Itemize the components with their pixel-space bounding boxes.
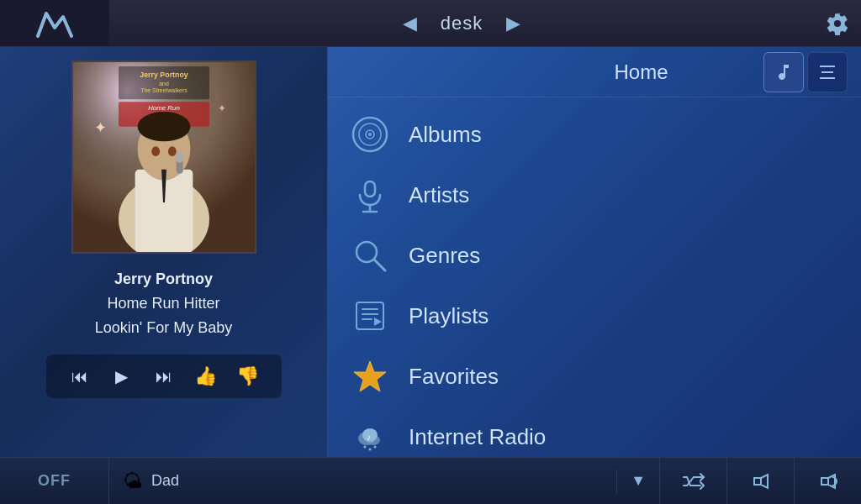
playlist-icon <box>351 297 388 334</box>
svg-text:Home Run: Home Run <box>148 104 180 112</box>
menu-item-favorites[interactable]: Favorites <box>328 346 861 407</box>
list-icon <box>817 62 837 82</box>
svg-marker-34 <box>354 361 386 391</box>
svg-text:✦: ✦ <box>217 102 225 113</box>
play-button[interactable]: ▶ <box>108 363 135 390</box>
source-dropdown-button[interactable]: ▼ <box>617 472 659 490</box>
menu-item-internet-radio[interactable]: ♪ Internet Radio <box>328 407 861 457</box>
internet-radio-icon: ♪ <box>348 415 392 457</box>
menu-list: Albums Artists <box>328 97 861 457</box>
svg-point-39 <box>369 449 372 451</box>
playlists-label: Playlists <box>409 303 489 329</box>
thumbup-button[interactable]: 👍 <box>193 363 219 390</box>
music-note-button[interactable] <box>763 52 804 92</box>
track-song: Lookin' For My Baby <box>95 316 233 340</box>
radio-icon: ♪ <box>351 418 388 455</box>
source-weather-icon: 🌤 <box>123 470 143 493</box>
genres-icon <box>348 234 392 277</box>
svg-text:The Streetwalkers: The Streetwalkers <box>140 87 188 93</box>
nav-left-arrow[interactable]: ◀ <box>396 9 424 38</box>
svg-point-12 <box>137 112 190 141</box>
menu-item-genres[interactable]: Genres <box>328 225 861 286</box>
microphone-icon <box>351 176 388 213</box>
genres-label: Genres <box>409 243 480 269</box>
svg-rect-24 <box>365 181 375 197</box>
shuffle-button[interactable] <box>659 458 726 505</box>
header: ◀ desk ▶ <box>0 0 861 47</box>
left-panel: Jerry Portnoy and The Streetwalkers Home… <box>0 47 328 457</box>
menu-item-artists[interactable]: Artists <box>328 165 861 225</box>
list-button[interactable] <box>807 52 848 92</box>
bottom-bar: OFF 🌤 Dad ▼ <box>0 457 861 504</box>
track-info: Jerry Portnoy Home Run Hitter Lookin' Fo… <box>95 267 233 339</box>
off-button[interactable]: OFF <box>0 458 109 504</box>
album-art-svg: Jerry Portnoy and The Streetwalkers Home… <box>73 62 255 252</box>
music-note-icon <box>774 62 794 82</box>
svg-text:and: and <box>159 81 169 87</box>
albums-label: Albums <box>409 122 482 148</box>
favorites-icon <box>348 354 392 398</box>
track-artist: Jerry Portnoy <box>95 267 233 291</box>
album-art: Jerry Portnoy and The Streetwalkers Home… <box>71 60 256 254</box>
brand-logo <box>34 7 76 40</box>
svg-point-40 <box>374 446 377 449</box>
volume-down-button[interactable] <box>726 458 794 505</box>
settings-button[interactable] <box>814 0 861 47</box>
prev-button[interactable]: ⏮ <box>66 363 93 390</box>
svg-point-13 <box>151 146 160 156</box>
volume-up-icon <box>818 471 838 491</box>
svg-line-28 <box>374 260 385 270</box>
off-label: OFF <box>38 472 71 490</box>
star-icon <box>351 358 388 395</box>
svg-marker-42 <box>754 478 761 485</box>
menu-item-albums[interactable]: Albums <box>328 104 861 165</box>
logo-area <box>0 0 109 46</box>
svg-marker-33 <box>374 318 382 326</box>
thumbdown-button[interactable]: 👎 <box>235 363 261 390</box>
svg-point-17 <box>175 151 183 163</box>
source-label: Dad <box>151 472 179 490</box>
shuffle-icon <box>682 472 705 491</box>
svg-text:✦: ✦ <box>93 119 106 136</box>
artists-label: Artists <box>409 182 469 208</box>
track-album: Home Run Hitter <box>95 291 233 316</box>
volume-down-icon <box>751 471 771 491</box>
svg-rect-29 <box>357 302 383 329</box>
disc-icon <box>351 116 388 153</box>
svg-point-14 <box>167 146 176 156</box>
right-header: Home <box>328 47 861 97</box>
svg-point-38 <box>364 446 367 449</box>
favorites-label: Favorites <box>409 364 499 390</box>
source-area: 🌤 Dad <box>109 470 617 493</box>
svg-text:Jerry Portnoy: Jerry Portnoy <box>140 71 188 79</box>
playback-controls: ⏮ ▶ ⏭ 👍 👎 <box>46 354 282 398</box>
right-header-buttons <box>763 52 848 92</box>
albums-icon <box>348 113 392 156</box>
right-panel-title: Home <box>519 60 763 84</box>
right-panel: Home <box>328 47 861 457</box>
internet-radio-label: Internet Radio <box>409 424 546 450</box>
svg-text:♪: ♪ <box>367 433 371 442</box>
svg-marker-43 <box>821 478 828 485</box>
search-icon <box>351 237 388 274</box>
svg-point-23 <box>368 133 372 136</box>
volume-up-button[interactable] <box>794 458 861 505</box>
header-center: ◀ desk ▶ <box>109 9 814 38</box>
menu-item-playlists[interactable]: Playlists <box>328 286 861 346</box>
next-button[interactable]: ⏭ <box>151 363 177 390</box>
playlists-icon <box>348 294 392 338</box>
header-title: desk <box>441 13 483 34</box>
artists-icon <box>348 173 392 217</box>
gear-icon <box>826 12 849 35</box>
main-area: Jerry Portnoy and The Streetwalkers Home… <box>0 47 861 457</box>
nav-right-arrow[interactable]: ▶ <box>499 9 527 38</box>
